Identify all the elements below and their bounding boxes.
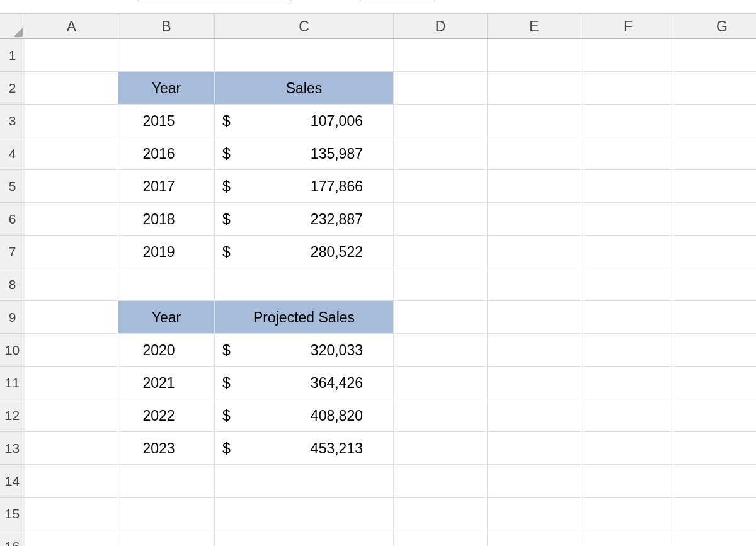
row-header-11[interactable]: 11 — [0, 367, 25, 399]
cell-E14[interactable] — [488, 465, 581, 498]
cell-E4[interactable] — [488, 137, 581, 170]
cell-D7[interactable] — [394, 236, 488, 268]
cell-D14[interactable] — [394, 465, 488, 498]
cell-G14[interactable] — [675, 465, 756, 498]
cell-G3[interactable] — [675, 105, 756, 137]
cell-B13-year[interactable]: 2023 — [118, 432, 215, 465]
cell-A11[interactable] — [25, 367, 118, 399]
cell-E2[interactable] — [488, 72, 581, 105]
cell-E13[interactable] — [488, 432, 581, 465]
cell-G13[interactable] — [675, 432, 756, 465]
cell-B7-year[interactable]: 2019 — [118, 236, 215, 268]
cell-F4[interactable] — [581, 137, 675, 170]
cell-A3[interactable] — [25, 105, 118, 137]
cell-F11[interactable] — [581, 367, 675, 399]
cell-E3[interactable] — [488, 105, 581, 137]
cell-A6[interactable] — [25, 203, 118, 236]
cell-C3-sales[interactable]: $107,006 — [215, 105, 394, 137]
cell-G6[interactable] — [675, 203, 756, 236]
cell-D11[interactable] — [394, 367, 488, 399]
cell-G16[interactable] — [675, 530, 756, 546]
cell-F3[interactable] — [581, 105, 675, 137]
cell-E7[interactable] — [488, 236, 581, 268]
cell-C12-sales[interactable]: $408,820 — [215, 399, 394, 432]
cell-B6-year[interactable]: 2018 — [118, 203, 215, 236]
cell-C4-sales[interactable]: $135,987 — [215, 137, 394, 170]
cell-E1[interactable] — [488, 39, 581, 72]
cell-E6[interactable] — [488, 203, 581, 236]
column-header-G[interactable]: G — [675, 14, 756, 38]
cell-C11-sales[interactable]: $364,426 — [215, 367, 394, 399]
cell-E5[interactable] — [488, 170, 581, 203]
cell-B2-header-year[interactable]: Year — [118, 72, 215, 105]
row-header-13[interactable]: 13 — [0, 432, 25, 465]
cell-E9[interactable] — [488, 301, 581, 334]
column-header-D[interactable]: D — [394, 14, 488, 38]
column-header-E[interactable]: E — [488, 14, 581, 38]
cell-D6[interactable] — [394, 203, 488, 236]
cell-D3[interactable] — [394, 105, 488, 137]
cell-F6[interactable] — [581, 203, 675, 236]
cell-A8[interactable] — [25, 268, 118, 301]
cell-F10[interactable] — [581, 334, 675, 367]
cell-D1[interactable] — [394, 39, 488, 72]
cell-G9[interactable] — [675, 301, 756, 334]
cell-G11[interactable] — [675, 367, 756, 399]
cell-A9[interactable] — [25, 301, 118, 334]
cell-D5[interactable] — [394, 170, 488, 203]
row-header-12[interactable]: 12 — [0, 399, 25, 432]
cell-F12[interactable] — [581, 399, 675, 432]
cell-G2[interactable] — [675, 72, 756, 105]
cell-A10[interactable] — [25, 334, 118, 367]
cell-G4[interactable] — [675, 137, 756, 170]
cell-F5[interactable] — [581, 170, 675, 203]
cell-F13[interactable] — [581, 432, 675, 465]
cell-A14[interactable] — [25, 465, 118, 498]
row-header-15[interactable]: 15 — [0, 498, 25, 530]
cell-C10-sales[interactable]: $320,033 — [215, 334, 394, 367]
cell-G10[interactable] — [675, 334, 756, 367]
cell-B14[interactable] — [118, 465, 215, 498]
cell-F2[interactable] — [581, 72, 675, 105]
cell-B16[interactable] — [118, 530, 215, 546]
cell-C6-sales[interactable]: $232,887 — [215, 203, 394, 236]
cell-C8[interactable] — [215, 268, 394, 301]
cell-F16[interactable] — [581, 530, 675, 546]
column-header-A[interactable]: A — [25, 14, 118, 38]
cell-F1[interactable] — [581, 39, 675, 72]
cell-B10-year[interactable]: 2020 — [118, 334, 215, 367]
cell-B3-year[interactable]: 2015 — [118, 105, 215, 137]
cell-F15[interactable] — [581, 498, 675, 530]
column-header-B[interactable]: B — [118, 14, 215, 38]
cell-B9-header-year[interactable]: Year — [118, 301, 215, 334]
cell-D4[interactable] — [394, 137, 488, 170]
row-header-2[interactable]: 2 — [0, 72, 25, 105]
cell-C16[interactable] — [215, 530, 394, 546]
cell-C15[interactable] — [215, 498, 394, 530]
cell-B5-year[interactable]: 2017 — [118, 170, 215, 203]
cell-D9[interactable] — [394, 301, 488, 334]
cell-B11-year[interactable]: 2021 — [118, 367, 215, 399]
select-all-button[interactable] — [0, 14, 25, 38]
cell-C5-sales[interactable]: $177,866 — [215, 170, 394, 203]
cell-E16[interactable] — [488, 530, 581, 546]
cell-G1[interactable] — [675, 39, 756, 72]
cell-D13[interactable] — [394, 432, 488, 465]
column-header-C[interactable]: C — [215, 14, 394, 38]
cell-A16[interactable] — [25, 530, 118, 546]
cell-E10[interactable] — [488, 334, 581, 367]
cell-D16[interactable] — [394, 530, 488, 546]
cell-C9-header-projected-sales[interactable]: Projected Sales — [215, 301, 394, 334]
cell-F8[interactable] — [581, 268, 675, 301]
cell-A13[interactable] — [25, 432, 118, 465]
row-header-7[interactable]: 7 — [0, 236, 25, 268]
cell-B12-year[interactable]: 2022 — [118, 399, 215, 432]
cell-G15[interactable] — [675, 498, 756, 530]
row-header-10[interactable]: 10 — [0, 334, 25, 367]
cell-F7[interactable] — [581, 236, 675, 268]
cell-A15[interactable] — [25, 498, 118, 530]
cell-D8[interactable] — [394, 268, 488, 301]
cell-D10[interactable] — [394, 334, 488, 367]
cell-G12[interactable] — [675, 399, 756, 432]
cell-E8[interactable] — [488, 268, 581, 301]
